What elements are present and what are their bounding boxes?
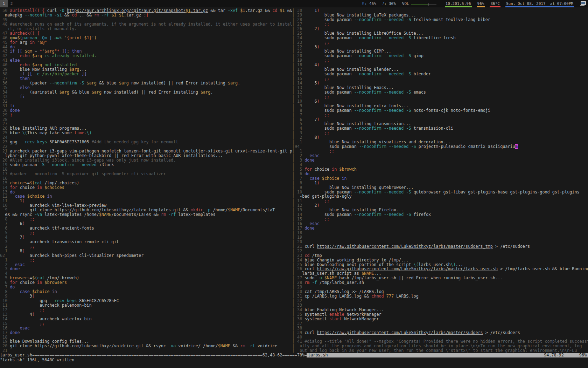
clock-value: Sun, Oct 08, 2017 at 07:00PM: [506, 1, 573, 6]
line-number: 33: [0, 95, 7, 99]
line-number: 7: [295, 176, 302, 181]
code-line: 20git clone https://github.com/lukesmith…: [0, 344, 292, 348]
code-line: 2 ;;: [0, 244, 292, 249]
line-number: 30: [0, 108, 7, 113]
line-number: 36: [0, 81, 7, 86]
code-line: 33 fi: [0, 95, 292, 99]
code-line: 6for choice in $browsers: [0, 280, 292, 285]
line-number: 18: [295, 231, 302, 235]
memory-value: : 45%: [365, 1, 376, 6]
workspace-tag-2[interactable]: 2: [8, 0, 15, 7]
code-line: 3done: [295, 158, 588, 163]
code-line: 21: [0, 348, 292, 353]
code-line: 21curl https://raw.githubusercontent.com…: [295, 244, 588, 249]
code-line: 15 ;;: [0, 321, 292, 326]
line-number: 29: [0, 113, 7, 117]
line-number: 8: [295, 108, 302, 113]
ip-stat: 10.201.5.96: [442, 0, 474, 7]
line-number: 24: [295, 36, 302, 40]
line-number: 8: [295, 181, 302, 185]
line-number: 25: [295, 31, 302, 36]
code-line: 27 ;;: [295, 22, 588, 27]
clock-underline: [505, 6, 574, 7]
line-number: 6: [295, 172, 302, 176]
line-number: [295, 348, 297, 353]
line-number: 28: [295, 18, 302, 22]
line-number: 19: [295, 235, 302, 240]
battery-stat: 96%: [474, 0, 488, 7]
code-line: 14for choice in $choices: [0, 185, 292, 190]
code-line: 6 aurcheck ttf-ancient-fonts: [0, 226, 292, 231]
disk-stat: /: 36%: [379, 0, 399, 7]
line-number: 38: [295, 326, 302, 330]
line-number: 19: [0, 163, 7, 167]
code-line: 36 (packer --noconfirm -S $arg && blue $…: [0, 81, 292, 86]
vim-window-larbs-sh[interactable]: 30 1)29 blue Now installing LaTeX packag…: [295, 8, 588, 353]
code-line: 3 ;;: [295, 131, 588, 135]
desktop: 1 2 ᛗ: 45% /: 36% VOL 10.201.5.96: [0, 0, 588, 368]
line-number: 6: [0, 226, 7, 231]
code-line: 5for choice in $browch: [295, 167, 588, 172]
line-number: 34: [295, 308, 302, 312]
code-line: 12 case $choice in: [0, 194, 292, 199]
line-number: 32: [295, 299, 302, 303]
line-number: 23: [295, 40, 302, 45]
volume-slider[interactable]: [411, 3, 436, 7]
code-line: makepkg --noconfirm -si && cd .. && rm -…: [0, 13, 292, 18]
line-number: 34: [0, 90, 7, 95]
vim-window-larbs-user-sh[interactable]: 50aurinstall() { curl -O https://aur.arc…: [0, 8, 292, 353]
code-line: 36systemctl start NetworkManager: [295, 317, 588, 321]
workspace-tag-1[interactable]: 1: [0, 0, 8, 7]
line-number: 10: [295, 99, 302, 104]
vertical-split-separator[interactable]: | | | | | | | | | | | | | | | | | | | | …: [292, 8, 295, 353]
line-number: 18: [0, 167, 7, 172]
code-line: 38 if [[ -e /usr/bin/packer ]]: [0, 72, 292, 76]
line-number: 39: [295, 330, 302, 335]
line-number: 49: [0, 18, 7, 22]
code-line: 17#packer --noconfirm -S ncpamixer-git s…: [0, 172, 292, 176]
volume-slider-track: [428, 5, 436, 5]
code-line: 39curl https://raw.githubusercontent.com…: [295, 330, 588, 335]
line-number: 22: [295, 249, 302, 253]
active-cursor-position: 94,78-92: [544, 353, 564, 357]
line-number: [295, 194, 297, 199]
code-line: 37: [295, 321, 588, 326]
code-line: 18: [295, 231, 588, 235]
line-number: 15: [0, 321, 7, 326]
line-number: 14: [0, 185, 7, 190]
code-line: 3 aurcheck transmission-remote-cli-git: [0, 240, 292, 244]
line-number: 20: [295, 240, 302, 244]
line-number: 12: [0, 308, 7, 312]
line-number: 35: [0, 86, 7, 90]
code-line: 12 ;;: [0, 308, 292, 312]
line-number: 11: [295, 95, 302, 99]
temperature-stat: 36°C: [487, 0, 503, 7]
code-line: 11 ;;: [295, 95, 588, 99]
battery-value: 96%: [477, 1, 484, 6]
code-line: 4 sudo pacman --noconfirm --needed -S tr…: [295, 126, 588, 131]
code-line: 8 ;;: [0, 217, 292, 222]
line-number: 36: [295, 317, 302, 321]
line-number: 16: [0, 176, 7, 181]
line-number: 2: [0, 244, 7, 249]
temperature-underline: [490, 6, 500, 7]
code-line: 28: [0, 117, 292, 122]
code-line: 16 sudo pacman --noconfirm --needed -S b…: [295, 72, 588, 76]
line-number: 9: [295, 104, 302, 108]
monitor-icon-base: [580, 5, 584, 6]
volume-stat: VOL: [399, 0, 442, 7]
line-number: 14: [295, 81, 302, 86]
active-scroll-percent: 96%: [579, 353, 587, 357]
line-number: 17: [0, 330, 7, 335]
line-number: 10: [0, 299, 7, 303]
code-line: 20 sudo pacman --noconfirm --needed -S g…: [295, 54, 588, 58]
line-number: 3: [295, 158, 302, 163]
code-line: 32: [295, 299, 588, 303]
ip-underline: [445, 6, 472, 7]
tray-monitor-icon[interactable]: [580, 1, 586, 6]
code-line: it, or installs it manually.: [0, 27, 292, 31]
disk-value: : 36%: [384, 1, 396, 6]
cursor-line: 94 sudo pacman --noconfirm --needed -S p…: [295, 144, 588, 149]
line-number: 4: [0, 235, 7, 240]
code-line: 5 ;;: [0, 231, 292, 235]
